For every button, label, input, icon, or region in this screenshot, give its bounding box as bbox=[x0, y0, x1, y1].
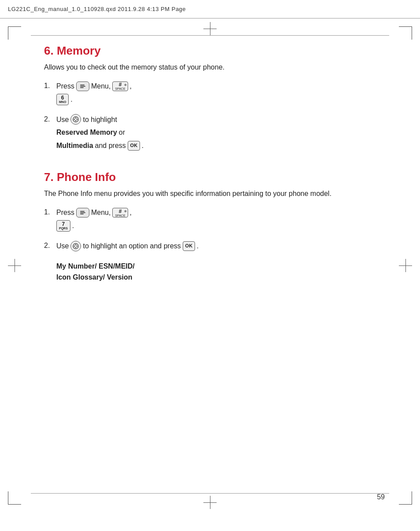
svg-marker-6 bbox=[74, 118, 75, 120]
memory-step2-line1: Use to highlight bbox=[56, 114, 144, 125]
svg-marker-4 bbox=[75, 117, 77, 118]
period-2: . bbox=[142, 140, 144, 151]
ok-key-icon-2: OK bbox=[183, 241, 195, 251]
svg-rect-10 bbox=[80, 214, 84, 214]
crosshair-left bbox=[8, 259, 21, 272]
seven-key-icon: 7 PQRS bbox=[56, 220, 70, 232]
crosshair-top bbox=[203, 22, 217, 35]
corner-mark-bottom-left bbox=[8, 487, 26, 505]
bottom-divider bbox=[31, 493, 389, 494]
corner-mark-top-left bbox=[8, 26, 26, 44]
header-text: LG221C_Eng_manual_1.0_110928.qxd 2011.9.… bbox=[8, 6, 186, 12]
corner-mark-bottom-right bbox=[394, 487, 412, 505]
memory-step2: 2. Use to highlight bbox=[44, 114, 376, 153]
section-phone-info-intro: The Phone Info menu provides you with sp… bbox=[44, 188, 376, 199]
and-press-label-1: and press bbox=[95, 140, 126, 151]
pound-symbol: # bbox=[119, 82, 122, 87]
memory-step2-content: Use to highlight Reserved Me bbox=[56, 114, 144, 153]
space-sub: SPACE bbox=[115, 87, 125, 90]
or-label-1: or bbox=[119, 127, 125, 138]
ok-key-icon: OK bbox=[128, 141, 140, 151]
use-label-1: Use bbox=[56, 114, 69, 125]
svg-rect-9 bbox=[80, 212, 85, 213]
comma-1: , bbox=[130, 81, 132, 92]
period-3: . bbox=[72, 220, 74, 232]
six-key-icon: 6 MNO bbox=[56, 94, 69, 105]
comma-2: , bbox=[130, 207, 132, 218]
phone-info-step2-number: 2. bbox=[44, 240, 56, 251]
crosshair-right bbox=[399, 259, 412, 272]
phone-info-step2-line1: Use to highlight an option and press bbox=[56, 240, 199, 252]
menu-label-2: Menu, bbox=[91, 207, 111, 218]
nav-key-icon bbox=[70, 114, 81, 125]
main-content: 6. Memory Allows you to check out the me… bbox=[44, 44, 376, 487]
press-label-1: Press bbox=[56, 81, 74, 92]
options-line1: My Number/ ESN/MEID/ bbox=[56, 262, 135, 270]
crosshair-bottom bbox=[203, 496, 217, 509]
section-memory-intro: Allows you to check out the memory statu… bbox=[44, 62, 376, 73]
svg-rect-8 bbox=[80, 211, 85, 212]
svg-marker-14 bbox=[74, 245, 75, 247]
phone-info-step1: 1. Press Menu, ⊕ bbox=[44, 207, 376, 233]
svg-marker-12 bbox=[75, 244, 77, 245]
svg-rect-1 bbox=[80, 86, 85, 87]
pound-superscript: ⊕ bbox=[124, 82, 127, 87]
page-number: 59 bbox=[377, 493, 385, 501]
corner-mark-top-right bbox=[394, 26, 412, 44]
highlight-label-1: to highlight bbox=[83, 114, 117, 125]
phone-info-step1-line2: 7 PQRS . bbox=[56, 220, 132, 232]
options-block: My Number/ ESN/MEID/ Icon Glossary/ Vers… bbox=[56, 261, 376, 283]
pound-key-icon-2: ⊕ # SPACE bbox=[112, 208, 128, 218]
memory-step1-line1: Press Menu, ⊕ # SPACE bbox=[56, 81, 132, 92]
use-label-2: Use bbox=[56, 240, 69, 252]
memory-step1-line2: 6 MNO . bbox=[56, 94, 132, 105]
period-1: . bbox=[70, 94, 72, 105]
options-text: My Number/ ESN/MEID/ Icon Glossary/ Vers… bbox=[56, 261, 376, 283]
svg-rect-2 bbox=[80, 87, 84, 88]
menu-key-icon-2 bbox=[76, 208, 89, 218]
period-4: . bbox=[197, 240, 199, 252]
memory-step1-number: 1. bbox=[44, 81, 56, 91]
pound-symbol-2: # bbox=[119, 209, 122, 214]
space-sub-2: SPACE bbox=[115, 214, 125, 217]
memory-step2-line2: Reserved Memory or bbox=[56, 127, 144, 138]
svg-marker-5 bbox=[75, 120, 77, 122]
pound-key-icon: ⊕ # SPACE bbox=[112, 81, 128, 91]
menu-key-icon bbox=[76, 81, 89, 91]
section-phone-info-title: 7. Phone Info bbox=[44, 170, 376, 184]
section-phone-info: 7. Phone Info The Phone Info menu provid… bbox=[44, 170, 376, 283]
press-label-2: Press bbox=[56, 207, 74, 218]
pound-superscript-2: ⊕ bbox=[124, 209, 127, 214]
multimedia-label: Multimedia bbox=[56, 140, 93, 151]
nav-key-icon-2 bbox=[70, 241, 81, 251]
svg-rect-0 bbox=[80, 85, 85, 85]
memory-step1: 1. Press Menu, ⊕ bbox=[44, 81, 376, 107]
highlight-an-option-label: to highlight an option and press bbox=[83, 240, 181, 252]
phone-info-step1-line1: Press Menu, ⊕ # SPACE bbox=[56, 207, 132, 218]
memory-step2-line3: Multimedia and press OK . bbox=[56, 140, 144, 151]
reserved-memory-label: Reserved Memory bbox=[56, 127, 117, 138]
header-bar: LG221C_Eng_manual_1.0_110928.qxd 2011.9.… bbox=[0, 0, 420, 18]
options-line2: Icon Glossary/ Version bbox=[56, 273, 133, 281]
top-divider bbox=[31, 35, 389, 36]
memory-step2-number: 2. bbox=[44, 114, 56, 125]
phone-info-step1-number: 1. bbox=[44, 207, 56, 218]
menu-label-1: Menu, bbox=[91, 81, 111, 92]
phone-info-step2: 2. Use to highlight an option bbox=[44, 240, 376, 254]
section-memory-title: 6. Memory bbox=[44, 44, 376, 58]
phone-info-step1-content: Press Menu, ⊕ # SPACE bbox=[56, 207, 132, 233]
svg-marker-7 bbox=[77, 118, 78, 120]
svg-marker-13 bbox=[75, 247, 77, 248]
section-memory: 6. Memory Allows you to check out the me… bbox=[44, 44, 376, 153]
phone-info-step2-content: Use to highlight an option and press bbox=[56, 240, 199, 254]
memory-step1-content: Press Menu, ⊕ # SPACE bbox=[56, 81, 132, 107]
svg-marker-15 bbox=[77, 245, 78, 247]
